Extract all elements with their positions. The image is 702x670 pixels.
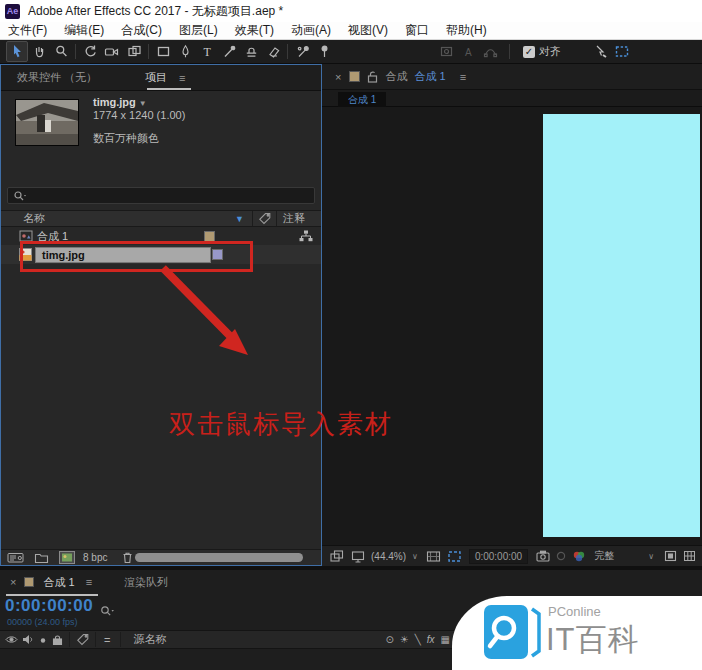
viewer-timecode[interactable]: 0:00:00:00 — [469, 549, 528, 564]
hand-tool[interactable] — [28, 41, 50, 62]
menu-item-edit[interactable]: 编辑(E) — [64, 22, 104, 39]
eraser-tool[interactable] — [262, 41, 284, 62]
tab-effect-controls[interactable]: 效果控件 （无） — [17, 70, 97, 85]
new-folder-icon[interactable] — [34, 551, 49, 564]
composition-panel-tabs: × 合成 合成 1 ≡ — [322, 64, 702, 90]
source-name-column[interactable]: 源名称 — [133, 632, 166, 647]
menu-item-view[interactable]: 视图(V) — [348, 22, 388, 39]
tool-bar: T A ✓ 对齐 — [0, 40, 702, 64]
current-timecode[interactable]: 0:00:00:00 — [5, 596, 93, 616]
motion-blur-icon[interactable]: ☀ — [400, 634, 409, 645]
menu-item-composition[interactable]: 合成(C) — [121, 22, 162, 39]
menu-item-layer[interactable]: 图层(L) — [179, 22, 218, 39]
trash-icon[interactable] — [121, 551, 134, 564]
transparency-grid-icon[interactable] — [683, 550, 696, 562]
resolution-chevron-icon[interactable]: ∨ — [648, 552, 654, 561]
roto-brush-tool[interactable] — [291, 41, 313, 62]
pan-behind-tool[interactable] — [123, 41, 145, 62]
viewer-tab[interactable]: 合成 1 — [338, 92, 386, 107]
resolution-select[interactable]: 完整 — [594, 549, 614, 563]
pen-tool[interactable] — [174, 41, 196, 62]
menu-item-window[interactable]: 窗口 — [405, 22, 429, 39]
comp-tab-label[interactable]: 合成 1 — [414, 69, 445, 84]
column-name[interactable]: 名称 — [23, 211, 45, 226]
close-tab-icon[interactable]: × — [10, 576, 16, 588]
region-of-interest-icon[interactable] — [447, 550, 462, 563]
snapshot-camera-icon[interactable] — [536, 550, 550, 562]
rotate-tool[interactable] — [79, 41, 101, 62]
puppet-pin-tool[interactable] — [313, 41, 335, 62]
horizontal-scrollbar[interactable] — [135, 553, 303, 562]
stamp-icon — [244, 44, 259, 59]
flowchart-icon[interactable] — [299, 230, 313, 242]
composition-panel: × 合成 合成 1 ≡ 合成 1 (44.4%) ∨ — [322, 64, 702, 566]
type-tool[interactable]: T — [196, 41, 218, 62]
label-tag-icon[interactable] — [258, 212, 271, 225]
panel-menu-icon[interactable]: ≡ — [179, 72, 185, 84]
sort-arrow-icon[interactable]: ▼ — [235, 214, 244, 224]
menu-item-help[interactable]: 帮助(H) — [446, 22, 487, 39]
mask-text-disabled: A — [457, 41, 479, 62]
filename-caret-icon[interactable]: ▼ — [139, 99, 147, 108]
bit-depth-label[interactable]: 8 bpc — [83, 552, 107, 563]
close-tab-icon[interactable]: × — [335, 71, 341, 83]
column-comment[interactable]: 注释 — [283, 211, 305, 226]
shy-icon[interactable]: ⊙ — [385, 634, 393, 645]
hand-icon — [32, 44, 47, 59]
menu-item-file[interactable]: 文件(F) — [8, 22, 47, 39]
composition-viewer[interactable] — [322, 107, 702, 545]
always-preview-icon[interactable] — [330, 550, 344, 562]
preview-filename: timg.jpg ▼ — [93, 96, 147, 108]
safe-frames-icon[interactable] — [426, 550, 441, 563]
layer-number-column[interactable]: = — [104, 634, 110, 646]
selection-tool[interactable] — [6, 41, 28, 62]
tab-render-queue[interactable]: 渲染队列 — [124, 575, 168, 590]
zoom-level[interactable]: (44.4%) — [371, 551, 406, 562]
stamp-tool[interactable] — [240, 41, 262, 62]
timeline-search-input[interactable] — [100, 605, 116, 618]
mask-path-disabled — [479, 41, 501, 62]
brush-icon — [222, 44, 237, 59]
composition-footer: (44.4%) ∨ 0:00:00:00 完整 ∨ — [322, 545, 702, 566]
panel-menu-icon[interactable]: ≡ — [460, 71, 466, 83]
menu-item-animation[interactable]: 动画(A) — [291, 22, 331, 39]
snap-label: 对齐 — [539, 44, 561, 59]
brush-tool[interactable] — [218, 41, 240, 62]
quality-icon[interactable]: ╲ — [415, 634, 421, 645]
frame-blend-icon[interactable]: ▦ — [441, 634, 450, 645]
interpret-footage-icon[interactable] — [7, 551, 24, 564]
rectangle-icon — [156, 44, 171, 59]
unlock-icon[interactable] — [367, 70, 378, 83]
frame-counter: 00000 (24.00 fps) — [7, 617, 78, 627]
shape-tool[interactable] — [152, 41, 174, 62]
panel-menu-icon[interactable]: ≡ — [86, 576, 92, 588]
title-bar: Ae Adobe After Effects CC 2017 - 无标题项目.a… — [0, 0, 702, 22]
project-search-input[interactable] — [7, 187, 315, 204]
label-color-swatch[interactable] — [204, 231, 215, 242]
effects-fx-icon[interactable]: fx — [427, 634, 435, 645]
preview-dimensions: 1774 x 1240 (1.00) — [93, 109, 185, 121]
camera-tool[interactable] — [101, 41, 123, 62]
bezier-icon — [483, 44, 498, 59]
channels-rgb-icon[interactable] — [572, 550, 586, 562]
menu-item-effect[interactable]: 效果(T) — [235, 22, 274, 39]
video-eye-icon[interactable] — [5, 634, 18, 645]
timeline-label-swatch — [24, 577, 34, 587]
window-title: Adobe After Effects CC 2017 - 无标题项目.aep … — [28, 3, 283, 20]
monitor-icon[interactable] — [351, 550, 365, 563]
label-tag-icon[interactable] — [76, 633, 89, 646]
tab-project[interactable]: 项目 — [145, 70, 167, 85]
timeline-tab-label[interactable]: 合成 1 — [43, 575, 74, 590]
snap-checkbox[interactable]: ✓ — [523, 46, 535, 58]
zoom-tool[interactable] — [50, 41, 72, 62]
solo-icon[interactable] — [38, 635, 48, 645]
roto-brush-icon — [295, 44, 310, 59]
audio-speaker-icon[interactable] — [22, 634, 34, 645]
watermark-title: IT百科 — [546, 619, 640, 661]
new-composition-icon[interactable] — [59, 551, 75, 564]
target-region-icon[interactable] — [664, 550, 677, 562]
viewer-tab-strip: 合成 1 — [322, 90, 702, 107]
lock-icon[interactable] — [52, 634, 63, 645]
zoom-chevron-icon[interactable]: ∨ — [412, 552, 418, 561]
composition-canvas[interactable] — [543, 114, 700, 537]
